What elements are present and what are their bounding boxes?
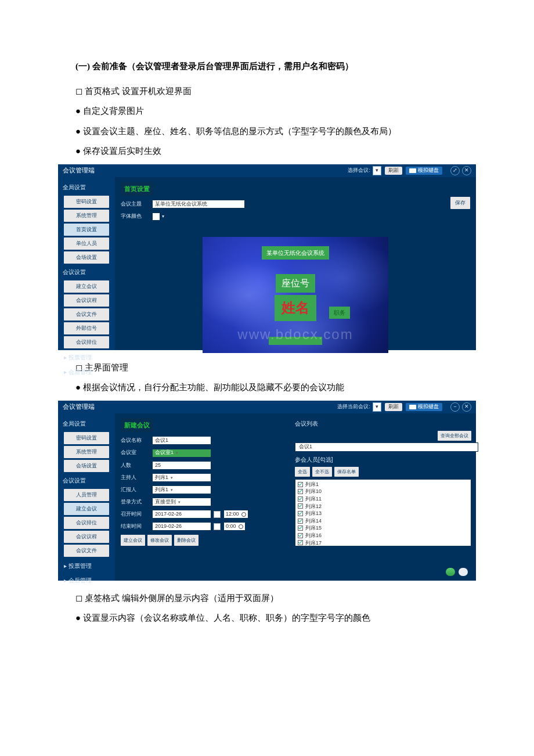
checkbox-icon[interactable] (298, 503, 303, 509)
doc-line: ◻ 主界面管理 (58, 359, 476, 376)
meeting-select[interactable]: ▾ (373, 402, 381, 412)
sidebar-item-external-signal[interactable]: 外部信号 (64, 322, 109, 334)
select-all-button[interactable]: 全选 (295, 467, 310, 477)
list-item[interactable]: 列席13 (298, 510, 468, 517)
list-item-label: 列席12 (305, 503, 322, 510)
deselect-all-button[interactable]: 全不选 (312, 467, 332, 477)
topic-input[interactable]: 某单位无纸化会议系统 (152, 200, 245, 208)
meeting-select[interactable]: ▾ (373, 166, 381, 175)
sidebar-item-agenda[interactable]: 会议议程 (64, 294, 109, 307)
app-titlebar: 会议管理端 选择会议: ▾ 刷新 模拟键盘 ⤢ ✕ (58, 164, 476, 177)
modify-meeting-button[interactable]: 修改会议 (147, 535, 172, 546)
sidebar-item-system[interactable]: 系统管理 (64, 210, 109, 222)
start-time-label: 召开时间 (121, 509, 152, 519)
footer-pill-green[interactable] (446, 568, 455, 576)
doc-line: ● 设置显示内容（会议名称或单位、人名、职称、职务）的字型字号字的颜色 (58, 610, 476, 627)
refresh-button[interactable]: 刷新 (385, 167, 402, 175)
checkbox-icon[interactable] (298, 533, 303, 538)
save-namelist-button[interactable]: 保存名单 (334, 467, 359, 477)
room-label: 会议室 (121, 448, 152, 458)
sidebar-link-postmeeting[interactable]: ▸ 会后管理 (62, 365, 111, 379)
list-item[interactable]: 列席11 (298, 495, 468, 503)
host-select[interactable]: 列席1 (152, 473, 211, 482)
start-time-input[interactable]: 12:00 (223, 510, 248, 519)
checkbox-icon[interactable] (298, 482, 303, 487)
calendar-icon[interactable] (214, 523, 221, 530)
color-swatch[interactable] (152, 213, 160, 221)
app-title: 会议管理端 (63, 401, 95, 413)
sidebar-item-venue[interactable]: 会场设置 (64, 460, 109, 472)
delete-meeting-button[interactable]: 删除会议 (174, 535, 199, 546)
meeting-name-input[interactable]: 会议1 (152, 436, 211, 445)
maximize-button[interactable]: ⤢ (450, 166, 460, 175)
reporter-select[interactable]: 列席1 (152, 485, 211, 494)
refresh-button[interactable]: 刷新 (385, 403, 402, 411)
watermark-text: www.bdocx.com (115, 321, 476, 348)
sidebar-item-files[interactable]: 会议文件 (64, 308, 109, 321)
checkbox-icon[interactable] (298, 540, 303, 545)
sidebar-item-seating[interactable]: 会议排位 (64, 336, 109, 348)
list-item[interactable]: 列席14 (298, 517, 468, 525)
create-meeting-button[interactable]: 建立会议 (121, 535, 145, 546)
sidebar-item-venue[interactable]: 会场设置 (64, 251, 109, 264)
sidebar-item-files[interactable]: 会议文件 (64, 545, 109, 557)
room-select[interactable]: 会议室1 (152, 449, 211, 458)
start-date-input[interactable]: 2017-02-26 (152, 510, 211, 519)
list-item[interactable]: 列席1 (298, 481, 468, 488)
checkbox-icon[interactable] (298, 489, 303, 494)
preview-name-pill[interactable]: 姓名 (275, 295, 316, 322)
checkbox-icon[interactable] (298, 525, 303, 531)
list-item[interactable]: 列席17 (298, 539, 468, 546)
checkbox-icon[interactable] (298, 511, 303, 516)
count-input[interactable]: 25 (152, 461, 211, 470)
sidebar-item-homepage[interactable]: 首页设置 (64, 224, 109, 236)
sidebar-item-system[interactable]: 系统管理 (64, 446, 109, 458)
meeting-name-label: 会议名称 (121, 435, 152, 445)
list-item[interactable]: 列席15 (298, 524, 468, 532)
list-item[interactable]: 列席10 (298, 488, 468, 495)
checkbox-icon[interactable] (298, 519, 303, 524)
footer-pill[interactable] (459, 568, 468, 576)
host-label: 主持人 (121, 473, 152, 483)
meeting-select-label: 选择会议: (348, 165, 370, 175)
query-all-meetings-button[interactable]: 查询全部会议 (438, 431, 471, 441)
sidebar-item-password[interactable]: 密码设置 (64, 432, 109, 444)
sidebar-link-vote[interactable]: ▸ 投票管理 (62, 350, 111, 365)
minimize-button[interactable]: − (450, 402, 460, 412)
calendar-icon[interactable] (214, 511, 221, 518)
login-type-select[interactable]: 直接登到 (152, 498, 211, 506)
meeting-list-title: 会议列表 (295, 418, 471, 429)
sidebar-item-create-meeting[interactable]: 建立会议 (64, 280, 109, 293)
close-button[interactable]: ✕ (462, 166, 471, 175)
save-button[interactable]: 保存 (450, 197, 470, 209)
virtual-keyboard-button[interactable]: 模拟键盘 (406, 167, 442, 175)
meeting-list-item[interactable]: 会议1 (295, 442, 478, 452)
doc-line: ◻ 首页格式 设置开机欢迎界面 (58, 83, 476, 100)
list-item-label: 列席1 (305, 481, 319, 488)
sidebar-link-vote[interactable]: ▸ 投票管理 (62, 559, 111, 573)
chevron-down-icon[interactable]: ▾ (162, 212, 164, 221)
end-time-input[interactable]: 0:00 (223, 522, 246, 531)
list-item[interactable]: 列席12 (298, 503, 468, 510)
preview-job-pill[interactable]: 职务 (329, 307, 350, 319)
sidebar-item-people[interactable]: 人员管理 (64, 489, 109, 501)
list-item[interactable]: 列席16 (298, 532, 468, 539)
attendee-list[interactable]: 列席1 列席10 列席11 列席12 列席13 列席14 列席15 列席16 列… (295, 479, 471, 546)
virtual-keyboard-button[interactable]: 模拟键盘 (406, 403, 442, 411)
keyboard-icon (409, 405, 416, 409)
sidebar-link-postmeeting[interactable]: ▸ 会后管理 (62, 573, 111, 588)
checkbox-icon[interactable] (298, 496, 303, 502)
sidebar-item-create-meeting[interactable]: 建立会议 (64, 503, 109, 515)
close-button[interactable]: ✕ (462, 402, 471, 412)
preview-topic-pill[interactable]: 某单位无纸化会议系统 (262, 246, 329, 260)
sidebar-item-seating[interactable]: 会议排位 (64, 517, 109, 529)
sidebar-item-password[interactable]: 密码设置 (64, 196, 109, 208)
preview-seat-pill[interactable]: 座位号 (276, 274, 315, 293)
sidebar-item-personnel[interactable]: 单位人员 (64, 237, 109, 250)
list-item-label: 列席16 (305, 532, 322, 539)
sidebar-item-agenda[interactable]: 会议议程 (64, 531, 109, 543)
end-date-input[interactable]: 2019-02-26 (152, 522, 211, 531)
doc-line: ● 自定义背景图片 (58, 103, 476, 120)
meeting-select-label: 选择当前会议: (337, 402, 370, 412)
list-item-label: 列席11 (305, 495, 322, 503)
